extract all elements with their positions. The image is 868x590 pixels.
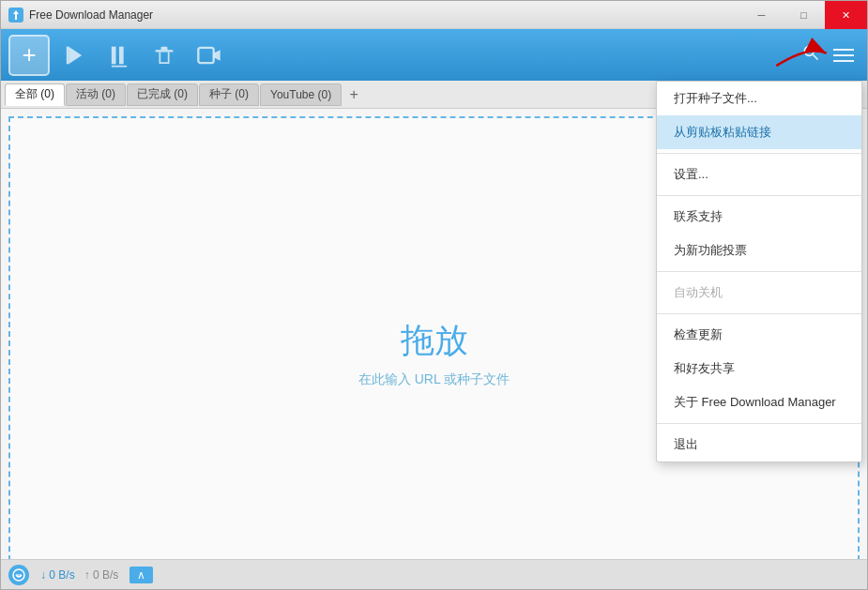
- menu-item-contact-support[interactable]: 联系支持: [657, 200, 861, 234]
- menu-line-3: [833, 60, 854, 62]
- menu-separator-4: [657, 313, 861, 314]
- svg-rect-6: [198, 47, 213, 62]
- menu-item-paste-link[interactable]: 从剪贴板粘贴链接: [657, 115, 861, 149]
- maximize-icon: [800, 8, 807, 22]
- menu-line-1: [833, 49, 854, 51]
- svg-marker-0: [69, 46, 82, 64]
- search-button[interactable]: [801, 43, 820, 67]
- app-icon: [8, 8, 23, 23]
- toolbar: +: [1, 29, 867, 81]
- minimize-button[interactable]: [740, 1, 783, 29]
- svg-point-8: [804, 46, 814, 55]
- download-speed: ↓ 0 B/s: [40, 568, 75, 582]
- menu-item-open-torrent[interactable]: 打开种子文件...: [657, 82, 861, 115]
- play-button[interactable]: [53, 35, 95, 76]
- menu-item-share[interactable]: 和好友共享: [657, 352, 861, 386]
- close-button[interactable]: [825, 1, 867, 29]
- tab-add-button[interactable]: +: [343, 83, 365, 106]
- status-bar: ↓ 0 B/s ↑ 0 B/s ∧: [1, 559, 867, 589]
- menu-item-auto-shutdown: 自动关机: [657, 276, 861, 310]
- play-icon: [61, 42, 87, 68]
- upload-speed: ↑ 0 B/s: [84, 568, 119, 582]
- title-bar-text: Free Download Manager: [29, 8, 153, 22]
- video-icon: [196, 42, 222, 68]
- menu-item-settings[interactable]: 设置...: [657, 158, 861, 191]
- menu-separator-3: [657, 271, 861, 272]
- toolbar-right: [801, 43, 858, 67]
- window-controls: [740, 1, 867, 29]
- menu-item-about[interactable]: 关于 Free Download Manager: [657, 386, 861, 419]
- svg-rect-2: [112, 46, 116, 64]
- status-icon: [8, 565, 29, 585]
- menu-item-check-updates[interactable]: 检查更新: [657, 318, 861, 352]
- speed-info: ↓ 0 B/s ↑ 0 B/s: [40, 568, 118, 582]
- svg-rect-5: [156, 50, 174, 52]
- svg-rect-3: [119, 46, 124, 64]
- svg-line-9: [814, 55, 818, 60]
- delete-icon: [151, 42, 177, 68]
- tab-all[interactable]: 全部 (0): [5, 83, 65, 106]
- menu-line-2: [833, 54, 854, 56]
- menu-item-exit[interactable]: 退出: [657, 428, 861, 461]
- menu-item-vote-features[interactable]: 为新功能投票: [657, 234, 861, 267]
- minimize-icon: [758, 8, 766, 22]
- tab-active[interactable]: 活动 (0): [66, 83, 126, 106]
- pause-button[interactable]: [99, 35, 140, 76]
- menu-separator-5: [657, 423, 861, 424]
- dropdown-menu: 打开种子文件... 从剪贴板粘贴链接 设置... 联系支持 为新功能投票 自动关…: [656, 81, 862, 462]
- pause-icon: [106, 42, 132, 68]
- close-icon: [842, 8, 850, 22]
- tab-youtube[interactable]: YouTube (0): [260, 83, 342, 106]
- drop-sub-text: 在此输入 URL 或种子文件: [358, 371, 510, 388]
- delete-button[interactable]: [144, 35, 185, 76]
- menu-separator-1: [657, 153, 861, 154]
- video-button[interactable]: [189, 35, 230, 76]
- maximize-button[interactable]: [783, 1, 825, 29]
- drop-main-text: 拖放: [401, 318, 468, 364]
- title-bar: Free Download Manager: [1, 1, 867, 29]
- expand-button[interactable]: ∧: [129, 567, 153, 583]
- hamburger-menu-button[interactable]: [830, 45, 858, 66]
- main-window: Free Download Manager +: [0, 0, 868, 590]
- tab-torrent[interactable]: 种子 (0): [199, 83, 259, 106]
- menu-separator-2: [657, 195, 861, 196]
- add-button[interactable]: +: [8, 35, 50, 76]
- tab-completed[interactable]: 已完成 (0): [127, 83, 198, 106]
